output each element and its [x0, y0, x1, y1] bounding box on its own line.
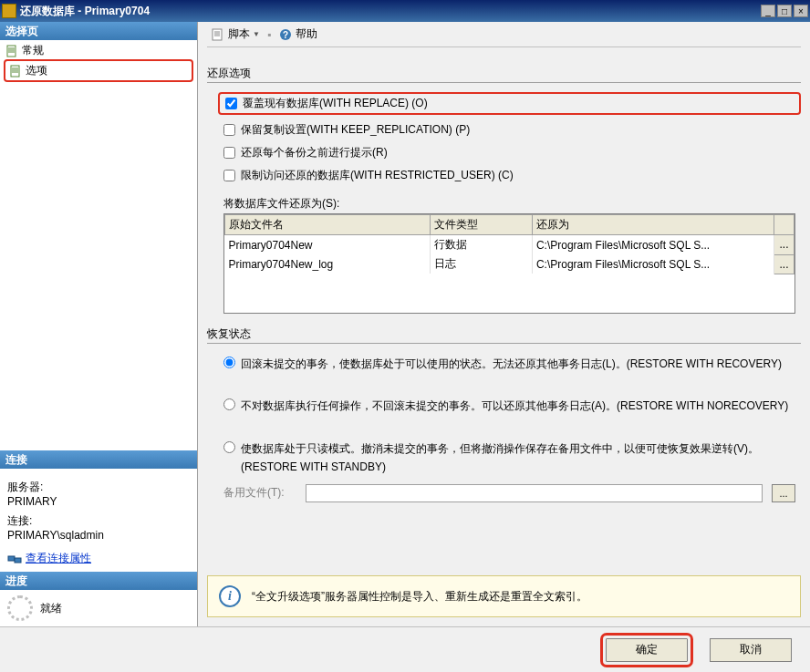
- separator: ▪: [267, 28, 271, 41]
- th-original[interactable]: 原始文件名: [225, 215, 431, 235]
- close-button[interactable]: ×: [794, 5, 808, 17]
- cb-replace[interactable]: [225, 98, 237, 109]
- help-icon: ?: [278, 27, 293, 42]
- cell-type: 日志: [430, 254, 532, 274]
- minimize-button[interactable]: _: [761, 5, 775, 17]
- standby-file-label: 备用文件(T):: [223, 485, 296, 501]
- cb-restricted[interactable]: [223, 170, 235, 181]
- connection-icon: [7, 553, 22, 565]
- toolbar: 脚本 ▼ ▪ ? 帮助: [207, 22, 801, 47]
- cb-keep-replication-label: 保留复制设置(WITH KEEP_REPLICATION) (P): [241, 122, 470, 138]
- nav-options-label: 选项: [26, 63, 47, 78]
- cell-type: 行数据: [430, 235, 532, 255]
- help-button[interactable]: ? 帮助: [275, 25, 321, 44]
- radio-recovery[interactable]: [223, 357, 235, 368]
- restore-as-label: 将数据库文件还原为(S):: [223, 196, 801, 212]
- cb-replace-row: 覆盖现有数据库(WITH REPLACE) (O): [218, 92, 801, 115]
- restore-files-table: 原始文件名 文件类型 还原为 Primary0704New 行数据 C:\Pro…: [223, 213, 795, 314]
- chevron-down-icon: ▼: [253, 30, 260, 38]
- cancel-button[interactable]: 取消: [710, 638, 792, 662]
- page-icon: [5, 45, 18, 57]
- cb-restricted-label: 限制访问还原的数据库(WITH RESTRICTED_USER) (C): [241, 168, 514, 183]
- cb-replace-label: 覆盖现有数据库(WITH REPLACE) (O): [243, 96, 428, 111]
- radio-standby-label: 使数据库处于只读模式。撤消未提交的事务，但将撤消操作保存在备用文件中，以便可使恢…: [241, 439, 801, 477]
- dialog-footer: 确定 取消: [0, 626, 810, 672]
- script-button[interactable]: 脚本 ▼: [207, 25, 264, 44]
- table-row[interactable]: Primary0704New 行数据 C:\Program Files\Micr…: [225, 235, 794, 255]
- cell-as: C:\Program Files\Microsoft SQL S...: [532, 235, 774, 255]
- cell-as: C:\Program Files\Microsoft SQL S...: [532, 254, 774, 274]
- th-browse: [774, 215, 794, 235]
- help-label: 帮助: [296, 26, 317, 42]
- info-icon: i: [219, 585, 241, 607]
- th-restore-as[interactable]: 还原为: [532, 215, 774, 235]
- radio-standby[interactable]: [223, 441, 235, 453]
- nav-options[interactable]: 选项: [4, 59, 193, 82]
- progress-status: 就绪: [40, 601, 62, 616]
- th-type[interactable]: 文件类型: [430, 215, 532, 235]
- server-value: PRIMARY: [7, 495, 190, 508]
- cell-orig: Primary0704New: [225, 235, 431, 255]
- section-connection: 连接: [0, 450, 197, 469]
- info-bar: i “全文升级选项”服务器属性控制是导入、重新生成还是重置全文索引。: [207, 575, 801, 617]
- standby-file-input: [306, 484, 763, 502]
- section-select-pages: 选择页: [0, 22, 197, 40]
- server-label: 服务器:: [7, 480, 190, 495]
- spinner-icon: [7, 595, 33, 621]
- page-icon: [9, 65, 22, 78]
- maximize-button[interactable]: □: [777, 5, 792, 17]
- cell-orig: Primary0704New_log: [225, 254, 431, 274]
- cb-prompt[interactable]: [223, 147, 235, 159]
- cell-browse[interactable]: ...: [774, 254, 794, 274]
- radio-norecovery[interactable]: [223, 398, 235, 410]
- cb-keep-replication[interactable]: [223, 124, 235, 136]
- cell-browse[interactable]: ...: [774, 235, 794, 255]
- section-progress: 进度: [0, 572, 197, 590]
- view-conn-props-text: 查看连接属性: [26, 551, 91, 566]
- svg-rect-3: [15, 558, 21, 563]
- cb-prompt-label: 还原每个备份之前进行提示(R): [241, 145, 388, 160]
- app-icon: [2, 4, 16, 18]
- standby-browse-button[interactable]: ...: [772, 484, 795, 502]
- connection-value: PRIMARY\sqladmin: [7, 529, 190, 542]
- svg-rect-2: [8, 556, 15, 561]
- window-titlebar: 还原数据库 - Primary0704 _ □ ×: [0, 0, 810, 22]
- ok-button[interactable]: 确定: [606, 638, 688, 662]
- restore-options-title: 还原选项: [207, 66, 801, 83]
- svg-rect-1: [11, 66, 19, 77]
- table-row[interactable]: Primary0704New_log 日志 C:\Program Files\M…: [225, 254, 794, 274]
- radio-recovery-label: 回滚未提交的事务，使数据库处于可以使用的状态。无法还原其他事务日志(L)。(RE…: [241, 355, 801, 373]
- connection-label: 连接:: [7, 513, 190, 529]
- recovery-title: 恢复状态: [207, 326, 801, 344]
- svg-rect-4: [213, 29, 222, 40]
- left-panel: 选择页 常规 选项 连接 服务器: PRIMARY 连接: PRIMARY\sq…: [0, 22, 197, 626]
- view-conn-props-link[interactable]: 查看连接属性: [7, 551, 190, 566]
- nav-general-label: 常规: [22, 43, 44, 58]
- right-panel: 脚本 ▼ ▪ ? 帮助 还原选项 覆盖现有数据库(WITH REPLACE) (…: [197, 22, 810, 626]
- svg-text:?: ?: [283, 30, 288, 40]
- svg-rect-0: [7, 46, 16, 57]
- script-label: 脚本: [228, 26, 250, 42]
- script-icon: [211, 27, 225, 42]
- window-title: 还原数据库 - Primary0704: [20, 4, 761, 19]
- info-text: “全文升级选项”服务器属性控制是导入、重新生成还是重置全文索引。: [252, 589, 587, 605]
- radio-norecovery-label: 不对数据库执行任何操作，不回滚未提交的事务。可以还原其他事务日志(A)。(RES…: [241, 397, 801, 415]
- nav-general[interactable]: 常规: [4, 42, 193, 59]
